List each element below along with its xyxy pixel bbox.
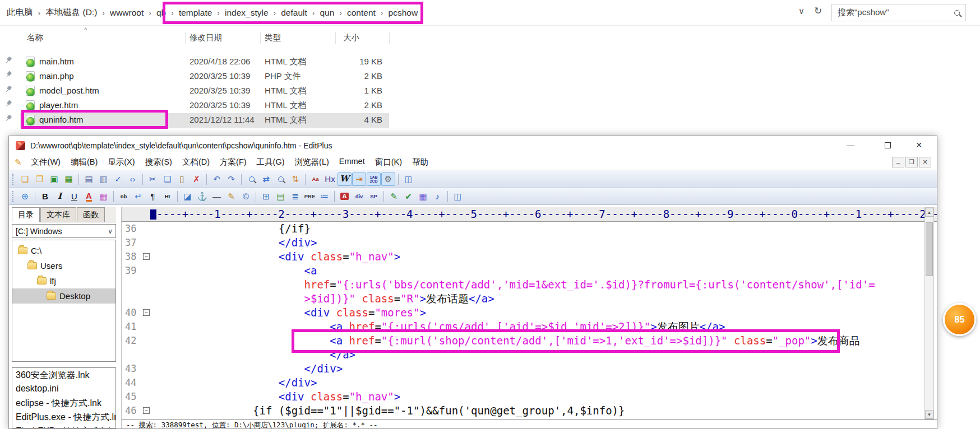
script-edit-button[interactable]: ✎ <box>387 190 401 203</box>
vertical-scrollbar[interactable]: ▲ ▼ <box>924 207 934 419</box>
menu-item[interactable]: Emmet <box>334 155 370 169</box>
image-button[interactable]: ◪ <box>181 190 195 203</box>
menu-item[interactable]: 方案(F) <box>215 155 252 169</box>
code-line[interactable]: 43 </div> <box>122 362 937 376</box>
breadcrumb-item[interactable]: 本地磁盘 (D:) <box>45 7 97 18</box>
code-line[interactable]: 41 <a href="{:urls('cms/add',['aid'=>$id… <box>122 320 937 334</box>
fold-icon[interactable]: − <box>143 309 150 316</box>
menu-item[interactable]: 搜索(S) <box>140 155 177 169</box>
breadcrumb-item[interactable]: content <box>347 8 376 18</box>
menu-item[interactable]: 编辑(B) <box>66 155 103 169</box>
breadcrumb-item[interactable]: template <box>179 8 212 18</box>
menu-item[interactable]: 文件(W) <box>26 155 66 169</box>
side-panel-button[interactable]: ◫ <box>401 172 415 186</box>
find-button[interactable] <box>244 172 258 186</box>
line-break-button[interactable]: ↵ <box>131 190 145 203</box>
title-bar[interactable]: D:\wwwroot\qb\template\index_style\defau… <box>9 136 937 155</box>
file-row[interactable]: player.htm2020/3/25 10:39HTML 文档2 KB <box>0 99 404 113</box>
code-line[interactable]: 39 <a <box>122 264 937 278</box>
fold-icon[interactable]: − <box>143 253 150 260</box>
close-button[interactable]: ✕ <box>907 136 931 154</box>
sidebar-tab[interactable]: 文本库 <box>40 207 76 222</box>
save-button[interactable]: ▣ <box>47 172 61 186</box>
menu-item[interactable]: 帮助 <box>407 155 433 169</box>
media-video-button[interactable]: ▦ <box>416 190 430 203</box>
fold-icon[interactable]: − <box>143 407 150 414</box>
html-source-button[interactable]: ‹› <box>126 172 140 186</box>
menu-item[interactable]: 工具(G) <box>252 155 290 169</box>
paste-button[interactable]: ▯ <box>175 172 189 186</box>
copy-button[interactable]: ❏ <box>160 172 174 186</box>
shortcut-item[interactable]: EditPlus.exe - 快捷方式.lnk <box>16 412 115 426</box>
code-line[interactable]: 44 </div> <box>122 376 937 390</box>
drive-select[interactable]: [C:] Windows ∨ <box>12 224 116 238</box>
undo-button[interactable]: ↶ <box>210 172 224 186</box>
file-name[interactable]: main.htm <box>39 57 74 66</box>
tree-node[interactable]: Users <box>12 258 115 273</box>
column-header-size[interactable]: 大小 <box>343 32 359 43</box>
scroll-up-icon[interactable]: ▲ <box>925 208 933 217</box>
sort-button[interactable]: ⇅ <box>288 172 302 186</box>
maximize-button[interactable] <box>875 136 900 154</box>
font-button[interactable]: Aa <box>308 172 322 186</box>
toolbar-grip[interactable] <box>12 191 15 202</box>
search-input[interactable]: 搜索"pcshow" <box>831 4 966 21</box>
span-tag-button[interactable]: SP <box>367 190 381 203</box>
column-header-date[interactable]: 修改日期 <box>189 32 222 43</box>
open-folder-button[interactable]: ❐ <box>33 172 47 186</box>
table-button[interactable]: ⊞ <box>259 190 273 203</box>
shortcut-item[interactable]: 360安全浏览器.lnk <box>16 370 115 384</box>
breadcrumb-item[interactable]: 此电脑 <box>7 7 33 18</box>
menu-item[interactable]: 窗口(K) <box>370 155 407 169</box>
file-row[interactable]: main.php2020/3/25 10:39PHP 文件2 KB <box>0 69 404 84</box>
file-name[interactable]: main.php <box>39 71 74 81</box>
print-button[interactable]: ▥ <box>96 172 110 186</box>
code-line[interactable]: </a> <box>122 348 937 362</box>
code-line[interactable]: 42 <a href="{:murl('shop/content/add',['… <box>122 334 937 348</box>
mdi-restore-button[interactable]: ❐ <box>905 157 918 167</box>
file-name[interactable]: player.htm <box>39 100 78 110</box>
shortcut-item[interactable]: eclipse - 快捷方式.lnk <box>16 398 115 412</box>
menu-item[interactable]: 浏览器(L) <box>290 155 334 169</box>
file-name[interactable]: model_post.htm <box>39 86 99 95</box>
shortcut-item[interactable]: FlashFXP - 快捷方式.lnk <box>16 426 115 428</box>
code-body[interactable]: 36 {/if}37 </div>38− <div class="h_nav">… <box>122 222 937 419</box>
breadcrumb-item[interactable]: index_style <box>225 8 269 18</box>
code-line[interactable]: 45 <div class="h_nav"> <box>122 390 937 404</box>
sidebar-tab[interactable]: 函数 <box>77 207 105 222</box>
media-audio-button[interactable]: ♪ <box>431 190 445 203</box>
line-numbers-button[interactable]: 1AB 2CD <box>367 172 381 186</box>
breadcrumb-item[interactable]: qun <box>320 8 334 18</box>
print-preview-button[interactable]: ▤ <box>82 172 96 186</box>
hex-view-button[interactable]: Hx <box>323 172 337 186</box>
indent-guide-button[interactable]: ⇥ <box>352 172 366 186</box>
toolbar-grip[interactable] <box>12 174 15 185</box>
replace-button[interactable]: ⇄ <box>259 172 273 186</box>
column-header-name[interactable]: 名称 <box>27 32 43 43</box>
shortcut-item[interactable]: desktop.ini <box>16 384 115 398</box>
anchor-button[interactable]: ⚓ <box>195 190 209 203</box>
table-cell-button[interactable]: ▤ <box>274 190 288 203</box>
underline-button[interactable]: U <box>67 190 81 203</box>
file-row[interactable]: quninfo.htm2021/12/12 11:44HTML 文档4 KB <box>0 113 404 128</box>
floating-speed-ball[interactable]: 85 <box>943 303 976 336</box>
file-name[interactable]: quninfo.htm <box>39 115 83 124</box>
copyright-button[interactable]: © <box>239 190 253 203</box>
code-line[interactable]: 36 {/if} <box>122 222 937 236</box>
search-icon[interactable] <box>954 10 960 16</box>
code-line[interactable]: >$id])}" class="R">发布话题</a> <box>122 292 937 306</box>
horizontal-rule-button[interactable]: — <box>210 190 224 203</box>
find-in-files-button[interactable] <box>274 172 288 186</box>
address-chevron-down-icon[interactable]: ∨ <box>798 6 805 16</box>
refresh-icon[interactable]: ↻ <box>814 5 822 17</box>
delete-button[interactable]: ✗ <box>189 172 204 186</box>
ordered-list-button[interactable]: ≔ <box>317 190 331 203</box>
word-wrap-button[interactable]: W <box>338 172 352 186</box>
font-color-button[interactable]: A <box>82 190 96 203</box>
syntax-check-button[interactable]: ✔ <box>401 190 415 203</box>
pre-tag-button[interactable]: PRE <box>303 190 317 203</box>
align-text-button[interactable]: ≣ <box>288 190 302 203</box>
breadcrumb-item[interactable]: pcshow <box>389 8 418 18</box>
minimize-button[interactable]: — <box>838 136 863 154</box>
save-all-button[interactable]: ▦ <box>62 172 76 186</box>
